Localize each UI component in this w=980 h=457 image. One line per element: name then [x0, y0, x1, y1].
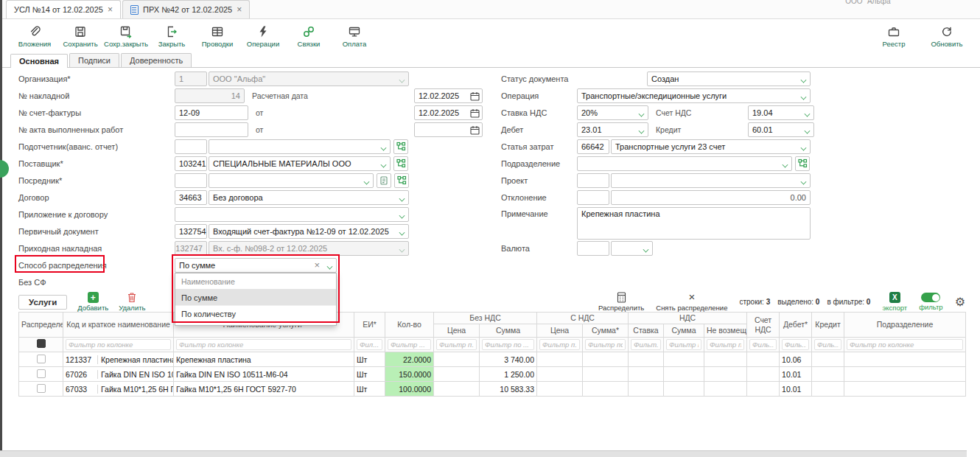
chevron-down-icon[interactable] — [801, 77, 806, 83]
gear-icon[interactable]: ⚙ — [955, 296, 965, 308]
currency-code[interactable] — [577, 241, 609, 256]
contract-select[interactable]: Без договора — [209, 190, 409, 205]
chevron-down-icon[interactable] — [805, 128, 810, 133]
col-non-refund[interactable]: Не возмещ. — [704, 324, 747, 338]
filter-vat-account[interactable] — [749, 339, 777, 350]
chevron-down-icon[interactable] — [639, 128, 644, 133]
credit-select[interactable]: 60.01 — [748, 122, 814, 137]
col-sum-vat[interactable]: Сумма* — [583, 324, 629, 338]
calc-date-input[interactable]: 12.02.2025 — [414, 88, 483, 103]
chevron-down-icon[interactable] — [801, 145, 806, 150]
links-button[interactable]: Связки — [286, 21, 332, 51]
col-distributed[interactable]: Распределено — [19, 313, 63, 338]
bottom-scrollbar[interactable] — [0, 450, 967, 457]
department-select[interactable] — [577, 156, 792, 171]
table-row[interactable]: 121337Крепежная пластина Крепежная пласт… — [19, 352, 966, 367]
act-no-input[interactable] — [175, 122, 248, 137]
export-button[interactable]: X экспорт — [882, 292, 907, 312]
accountant-select[interactable] — [209, 139, 391, 154]
currency-select[interactable] — [611, 241, 653, 256]
delete-row-button[interactable]: Удалить — [119, 292, 145, 312]
col-debit[interactable]: Дебет* — [780, 313, 812, 338]
sf-no-input[interactable]: 12-09 — [175, 105, 248, 120]
tab-signatures[interactable]: Подписи — [69, 53, 119, 67]
chevron-down-icon[interactable] — [364, 179, 369, 184]
project-code[interactable] — [577, 173, 609, 188]
primary-doc-select[interactable]: Входящий счет-фактура №12-09 от 12.02.20… — [209, 224, 409, 239]
undistribute-button[interactable]: × Снять распределение — [656, 292, 727, 312]
chevron-down-icon[interactable] — [783, 162, 788, 167]
postings-button[interactable]: Проводки — [195, 21, 240, 51]
filter-non-refund[interactable] — [707, 339, 744, 350]
col-unit[interactable]: ЕИ* — [354, 313, 385, 338]
col-sum-novat[interactable]: Сумма — [480, 324, 537, 338]
col-vat-account[interactable]: Счет НДС — [747, 313, 780, 338]
mediator-doc-button[interactable] — [377, 173, 391, 188]
filter-select-all[interactable] — [19, 338, 63, 352]
tab-main[interactable]: Основная — [10, 54, 68, 68]
close-icon[interactable]: × — [237, 5, 242, 14]
doc-tab-prh[interactable]: ПРХ №42 от 12.02.2025 × — [122, 0, 250, 18]
primary-doc-code[interactable]: 132754 — [175, 224, 207, 239]
chevron-down-icon[interactable] — [801, 94, 806, 100]
act-date-input[interactable] — [414, 122, 483, 137]
chevron-down-icon[interactable] — [399, 77, 405, 83]
project-select[interactable] — [611, 173, 811, 188]
refresh-button[interactable]: Обновить — [924, 21, 970, 51]
col-qty[interactable]: Кол-во — [385, 313, 434, 338]
organization-select[interactable]: ООО "Альфа" — [209, 71, 409, 86]
filter-code-name[interactable] — [66, 339, 171, 350]
chevron-down-icon[interactable] — [381, 145, 386, 150]
save-button[interactable]: Сохранить — [57, 21, 103, 51]
filter-qty[interactable] — [388, 339, 431, 350]
dropdown-option-by-sum[interactable]: По сумме — [175, 290, 336, 306]
sf-date-input[interactable]: 12.02.2025 — [414, 105, 483, 120]
vat-rate-select[interactable]: 20% — [577, 105, 648, 120]
row-checkbox[interactable] — [37, 384, 46, 393]
supplier-code[interactable]: 103241 — [175, 156, 207, 171]
invoice-no-input[interactable]: 14 — [175, 88, 245, 103]
col-rate[interactable]: Ставка — [629, 324, 664, 338]
vat-account-select[interactable]: 19.04 — [748, 105, 814, 120]
contract-annex-select[interactable] — [175, 207, 409, 222]
chevron-down-icon[interactable] — [643, 247, 648, 252]
dropdown-option-by-qty[interactable]: По количеству — [175, 306, 336, 322]
chevron-down-icon[interactable] — [639, 111, 644, 116]
filter-vat-sum[interactable] — [666, 339, 701, 350]
doc-tab-usl[interactable]: УСЛ №14 от 12.02.2025 × — [6, 0, 121, 18]
col-code-name[interactable]: Код и краткое наименование — [63, 313, 174, 338]
add-row-button[interactable]: + Добавить — [77, 292, 108, 312]
chevron-down-icon[interactable] — [399, 230, 405, 235]
mediator-tree-button[interactable] — [394, 173, 409, 188]
mediator-select[interactable] — [209, 173, 374, 188]
operation-select[interactable]: Транспортные/экспедиционные услуги — [577, 88, 811, 103]
payment-button[interactable]: Оплата — [332, 21, 377, 51]
accountant-code[interactable] — [175, 139, 207, 154]
col-price-vat[interactable]: Цена — [537, 324, 583, 338]
chevron-down-icon[interactable] — [381, 162, 386, 167]
select-all-checkbox[interactable] — [37, 339, 46, 348]
filter-sum-vat[interactable] — [585, 339, 626, 350]
filter-sum-novat[interactable] — [482, 339, 534, 350]
filter-credit[interactable] — [814, 339, 841, 350]
chevron-down-icon[interactable] — [801, 179, 806, 184]
filter-price-novat[interactable] — [436, 339, 477, 350]
close-button[interactable]: Закрыть — [149, 21, 195, 51]
mediator-code[interactable] — [175, 173, 207, 188]
calendar-icon[interactable] — [470, 125, 480, 135]
distribute-button[interactable]: Распределить — [598, 292, 644, 312]
col-vat-sum[interactable]: Сумма — [664, 324, 704, 338]
calendar-icon[interactable] — [470, 91, 480, 101]
distribution-combo[interactable]: По сумме× — [175, 258, 337, 273]
col-price-novat[interactable]: Цена — [434, 324, 480, 338]
calendar-icon[interactable] — [470, 108, 480, 118]
col-credit[interactable]: Кредит — [812, 313, 844, 338]
chevron-down-icon[interactable] — [805, 111, 810, 116]
supplier-select[interactable]: СПЕЦИАЛЬНЫЕ МАТЕРИАЛЫ ООО — [209, 156, 391, 171]
col-department[interactable]: Подразделение — [844, 313, 966, 338]
organization-code[interactable]: 1 — [175, 71, 207, 86]
operations-button[interactable]: Операции — [240, 21, 286, 51]
clear-icon[interactable]: × — [314, 260, 323, 270]
chevron-down-icon[interactable] — [399, 196, 405, 201]
chevron-down-icon[interactable] — [327, 264, 332, 269]
